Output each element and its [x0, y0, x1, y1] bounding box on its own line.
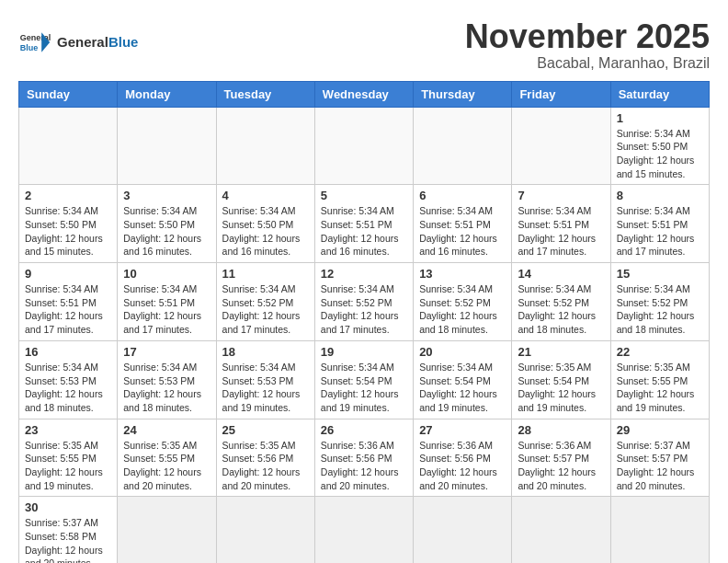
calendar-cell: 25Sunrise: 5:35 AM Sunset: 5:56 PM Dayli… [216, 419, 314, 497]
day-info: Sunrise: 5:34 AM Sunset: 5:51 PM Dayligh… [617, 204, 703, 259]
calendar-cell: 26Sunrise: 5:36 AM Sunset: 5:56 PM Dayli… [314, 419, 413, 497]
day-number: 28 [518, 423, 604, 437]
day-number: 10 [123, 267, 210, 281]
day-info: Sunrise: 5:34 AM Sunset: 5:52 PM Dayligh… [617, 282, 703, 337]
day-number: 20 [419, 345, 506, 359]
day-info: Sunrise: 5:36 AM Sunset: 5:57 PM Dayligh… [518, 439, 604, 493]
weekday-header-row: SundayMondayTuesdayWednesdayThursdayFrid… [19, 81, 710, 107]
day-info: Sunrise: 5:34 AM Sunset: 5:52 PM Dayligh… [419, 282, 506, 337]
calendar-cell [512, 107, 610, 185]
day-number: 16 [25, 345, 111, 359]
calendar-cell: 15Sunrise: 5:34 AM Sunset: 5:52 PM Dayli… [610, 263, 709, 341]
calendar-cell: 17Sunrise: 5:34 AM Sunset: 5:53 PM Dayli… [118, 340, 216, 419]
day-number: 14 [518, 267, 604, 281]
calendar-cell [414, 107, 512, 185]
calendar-cell: 28Sunrise: 5:36 AM Sunset: 5:57 PM Dayli… [512, 419, 610, 497]
subtitle: Bacabal, Maranhao, Brazil [465, 55, 710, 72]
calendar-cell: 11Sunrise: 5:34 AM Sunset: 5:52 PM Dayli… [216, 263, 314, 341]
logo-label: GeneralBlue [57, 35, 138, 51]
calendar-cell: 18Sunrise: 5:34 AM Sunset: 5:53 PM Dayli… [216, 340, 314, 419]
day-number: 12 [321, 267, 407, 281]
day-info: Sunrise: 5:34 AM Sunset: 5:53 PM Dayligh… [123, 361, 210, 415]
calendar-cell [118, 497, 216, 563]
weekday-header-thursday: Thursday [414, 81, 512, 107]
day-number: 3 [123, 189, 210, 202]
day-info: Sunrise: 5:34 AM Sunset: 5:51 PM Dayligh… [419, 204, 506, 259]
day-info: Sunrise: 5:35 AM Sunset: 5:55 PM Dayligh… [25, 439, 111, 493]
weekday-header-sunday: Sunday [19, 81, 118, 107]
calendar-cell: 10Sunrise: 5:34 AM Sunset: 5:51 PM Dayli… [118, 263, 216, 341]
day-info: Sunrise: 5:34 AM Sunset: 5:54 PM Dayligh… [321, 361, 407, 415]
calendar-cell: 27Sunrise: 5:36 AM Sunset: 5:56 PM Dayli… [414, 419, 512, 497]
calendar-cell: 5Sunrise: 5:34 AM Sunset: 5:51 PM Daylig… [314, 185, 413, 263]
day-number: 18 [222, 345, 309, 359]
day-number: 17 [123, 345, 210, 359]
day-number: 25 [222, 423, 309, 437]
weekday-header-wednesday: Wednesday [314, 81, 413, 107]
header: General Blue GeneralBlue November 2025 B… [18, 18, 710, 72]
calendar-cell: 13Sunrise: 5:34 AM Sunset: 5:52 PM Dayli… [414, 263, 512, 341]
day-number: 5 [321, 189, 407, 202]
day-info: Sunrise: 5:34 AM Sunset: 5:53 PM Dayligh… [222, 361, 309, 415]
calendar-cell [610, 497, 709, 563]
calendar-cell: 7Sunrise: 5:34 AM Sunset: 5:51 PM Daylig… [512, 185, 610, 263]
calendar-cell: 6Sunrise: 5:34 AM Sunset: 5:51 PM Daylig… [414, 185, 512, 263]
day-number: 1 [617, 111, 703, 125]
day-info: Sunrise: 5:34 AM Sunset: 5:51 PM Dayligh… [123, 282, 210, 337]
calendar-cell: 3Sunrise: 5:34 AM Sunset: 5:50 PM Daylig… [118, 185, 216, 263]
day-number: 26 [321, 423, 407, 437]
day-number: 21 [518, 345, 604, 359]
calendar-cell [19, 107, 118, 185]
week-row-3: 9Sunrise: 5:34 AM Sunset: 5:51 PM Daylig… [19, 263, 710, 341]
month-title: November 2025 [465, 18, 710, 55]
calendar-cell [512, 497, 610, 563]
calendar-cell: 23Sunrise: 5:35 AM Sunset: 5:55 PM Dayli… [19, 419, 118, 497]
week-row-6: 30Sunrise: 5:37 AM Sunset: 5:58 PM Dayli… [19, 497, 710, 563]
day-info: Sunrise: 5:34 AM Sunset: 5:50 PM Dayligh… [123, 204, 210, 259]
day-number: 27 [419, 423, 506, 437]
day-info: Sunrise: 5:34 AM Sunset: 5:52 PM Dayligh… [222, 282, 309, 337]
svg-text:Blue: Blue [20, 43, 39, 52]
day-number: 11 [222, 267, 309, 281]
day-info: Sunrise: 5:36 AM Sunset: 5:56 PM Dayligh… [419, 439, 506, 493]
day-info: Sunrise: 5:34 AM Sunset: 5:52 PM Dayligh… [321, 282, 407, 337]
calendar-cell [314, 107, 413, 185]
calendar-cell [414, 497, 512, 563]
calendar-cell: 4Sunrise: 5:34 AM Sunset: 5:50 PM Daylig… [216, 185, 314, 263]
day-number: 2 [25, 189, 111, 202]
day-number: 4 [222, 189, 309, 202]
logo: General Blue GeneralBlue [18, 26, 138, 59]
day-info: Sunrise: 5:35 AM Sunset: 5:56 PM Dayligh… [222, 439, 309, 493]
day-info: Sunrise: 5:35 AM Sunset: 5:54 PM Dayligh… [518, 361, 604, 415]
calendar-cell: 12Sunrise: 5:34 AM Sunset: 5:52 PM Dayli… [314, 263, 413, 341]
day-info: Sunrise: 5:34 AM Sunset: 5:50 PM Dayligh… [25, 204, 111, 259]
calendar-cell: 22Sunrise: 5:35 AM Sunset: 5:55 PM Dayli… [610, 340, 709, 419]
day-number: 19 [321, 345, 407, 359]
calendar-cell: 24Sunrise: 5:35 AM Sunset: 5:55 PM Dayli… [118, 419, 216, 497]
title-area: November 2025 Bacabal, Maranhao, Brazil [465, 18, 710, 72]
day-info: Sunrise: 5:36 AM Sunset: 5:56 PM Dayligh… [321, 439, 407, 493]
calendar-cell: 19Sunrise: 5:34 AM Sunset: 5:54 PM Dayli… [314, 340, 413, 419]
calendar-cell: 2Sunrise: 5:34 AM Sunset: 5:50 PM Daylig… [19, 185, 118, 263]
calendar-cell: 21Sunrise: 5:35 AM Sunset: 5:54 PM Dayli… [512, 340, 610, 419]
calendar-cell: 14Sunrise: 5:34 AM Sunset: 5:52 PM Dayli… [512, 263, 610, 341]
day-info: Sunrise: 5:34 AM Sunset: 5:52 PM Dayligh… [518, 282, 604, 337]
day-number: 6 [419, 189, 506, 202]
day-info: Sunrise: 5:34 AM Sunset: 5:51 PM Dayligh… [25, 282, 111, 337]
calendar-cell: 20Sunrise: 5:34 AM Sunset: 5:54 PM Dayli… [414, 340, 512, 419]
day-info: Sunrise: 5:34 AM Sunset: 5:51 PM Dayligh… [321, 204, 407, 259]
day-number: 23 [25, 423, 111, 437]
day-number: 9 [25, 267, 111, 281]
day-number: 29 [617, 423, 703, 437]
calendar-cell: 8Sunrise: 5:34 AM Sunset: 5:51 PM Daylig… [610, 185, 709, 263]
calendar-cell: 30Sunrise: 5:37 AM Sunset: 5:58 PM Dayli… [19, 497, 118, 563]
calendar-cell: 1Sunrise: 5:34 AM Sunset: 5:50 PM Daylig… [610, 107, 709, 185]
day-number: 15 [617, 267, 703, 281]
day-number: 13 [419, 267, 506, 281]
week-row-5: 23Sunrise: 5:35 AM Sunset: 5:55 PM Dayli… [19, 419, 710, 497]
calendar: SundayMondayTuesdayWednesdayThursdayFrid… [18, 81, 710, 563]
calendar-cell: 16Sunrise: 5:34 AM Sunset: 5:53 PM Dayli… [19, 340, 118, 419]
calendar-cell [216, 497, 314, 563]
week-row-2: 2Sunrise: 5:34 AM Sunset: 5:50 PM Daylig… [19, 185, 710, 263]
day-info: Sunrise: 5:35 AM Sunset: 5:55 PM Dayligh… [123, 439, 210, 493]
